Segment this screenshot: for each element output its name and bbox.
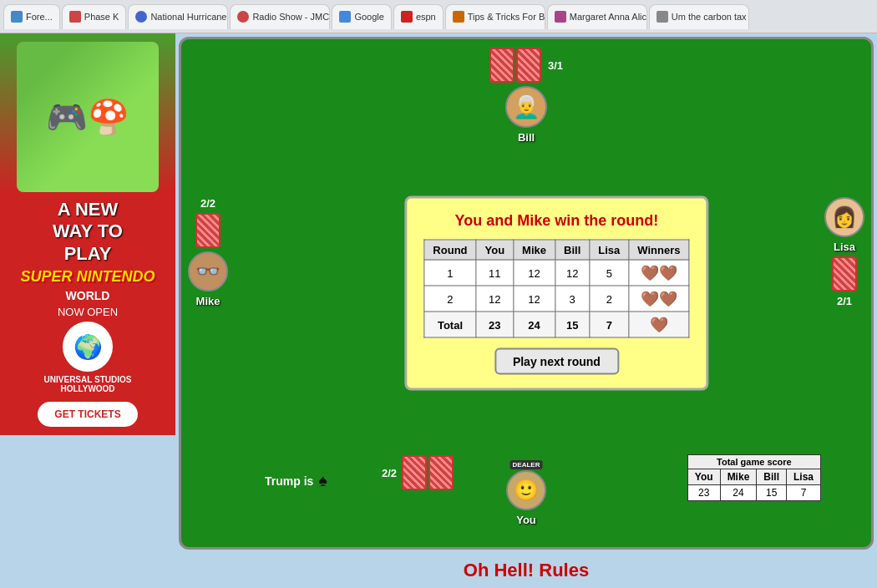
tab-favicon bbox=[339, 11, 351, 23]
lisa-score: 2/1 bbox=[837, 295, 852, 307]
tab-favicon bbox=[11, 11, 23, 23]
tab-favicon bbox=[69, 11, 81, 23]
tab-favicon bbox=[555, 11, 566, 23]
round-2-you: 12 bbox=[476, 286, 514, 312]
footer-text: Oh Hell! Rules bbox=[464, 560, 589, 580]
player-you: DEALER 🙂 You bbox=[506, 470, 546, 526]
tab-favicon bbox=[237, 11, 249, 23]
round-2-num: 2 bbox=[424, 286, 476, 312]
table-row: 1 11 12 12 5 🤎🤎 bbox=[424, 260, 689, 286]
tab-phase[interactable]: Phase K bbox=[62, 4, 127, 29]
col-mike: Mike bbox=[514, 240, 555, 260]
bill-score: 3/1 bbox=[548, 59, 563, 72]
round-1-lisa: 5 bbox=[590, 260, 629, 286]
you-cards bbox=[402, 455, 454, 490]
ad-tagline: A NEW WAY TO PLAY bbox=[8, 199, 167, 265]
trump-suit: ♠ bbox=[318, 471, 327, 490]
tab-favicon bbox=[453, 11, 464, 23]
ad-sidebar: 🎮🍄 A NEW WAY TO PLAY SUPER NINTENDO WORL… bbox=[0, 33, 175, 588]
player-mike: 2/2 👓 Mike bbox=[188, 197, 228, 307]
game-area: 3/1 👨‍🦳 Bill 2/2 👓 Mike 👩 Lisa 2/1 bbox=[179, 37, 874, 550]
bill-cards bbox=[489, 48, 541, 83]
tab-hurricane[interactable]: National Hurricane... bbox=[128, 4, 228, 29]
you-card-1 bbox=[402, 455, 427, 490]
total-score-title: Total game score bbox=[687, 455, 820, 469]
total-score-header-you: You bbox=[687, 469, 720, 485]
tab-espn[interactable]: espn bbox=[393, 4, 444, 29]
ad-brand: SUPER NINTENDO bbox=[8, 268, 167, 286]
round-table: Round You Mike Bill Lisa Winners 1 11 12 bbox=[423, 240, 689, 338]
game-wrapper: 3/1 👨‍🦳 Bill 2/2 👓 Mike 👩 Lisa 2/1 bbox=[175, 33, 877, 588]
round-1-num: 1 bbox=[424, 260, 476, 286]
tab-fore[interactable]: Fore... bbox=[3, 4, 60, 29]
ad-cta-button[interactable]: GET TICKETS bbox=[38, 402, 137, 427]
bill-avatar: 👨‍🦳 bbox=[505, 86, 547, 128]
bill-card-2 bbox=[516, 48, 541, 83]
col-you: You bbox=[476, 240, 514, 260]
tab-tips[interactable]: Tips & Tricks For Be... bbox=[445, 4, 545, 29]
trump-label: Trump is bbox=[265, 474, 313, 488]
total-winners: 🤎 bbox=[629, 312, 689, 337]
trump-info: Trump is ♠ bbox=[265, 471, 327, 490]
total-score-box: Total game score You Mike Bill Lisa 23 2… bbox=[687, 454, 821, 501]
lisa-card bbox=[832, 256, 857, 291]
ad-studio: UNIVERSAL STUDIOS HOLLYWOOD bbox=[8, 375, 167, 393]
round-2-bill: 3 bbox=[555, 286, 590, 312]
page-footer: Oh Hell! Rules bbox=[175, 553, 877, 588]
total-label: Total bbox=[424, 312, 476, 337]
round-2-winners: 🤎🤎 bbox=[629, 286, 689, 312]
you-cards-area: 2/2 bbox=[382, 455, 454, 490]
tab-favicon bbox=[135, 11, 147, 23]
tab-carbon[interactable]: Um the carbon tax i... bbox=[649, 4, 749, 29]
total-you: 23 bbox=[476, 312, 514, 337]
tab-favicon bbox=[401, 11, 413, 23]
win-title: You and Mike win the round! bbox=[423, 212, 689, 230]
browser-tab-bar: Fore... Phase K National Hurricane... Ra… bbox=[0, 0, 877, 33]
col-winners: Winners bbox=[629, 240, 689, 260]
total-score-bill: 15 bbox=[757, 485, 787, 501]
total-score-mike: 24 bbox=[720, 485, 757, 501]
total-score-you: 23 bbox=[687, 485, 720, 501]
bill-card-1 bbox=[489, 48, 515, 83]
col-round: Round bbox=[424, 240, 476, 260]
round-2-lisa: 2 bbox=[590, 286, 629, 312]
table-row-total: Total 23 24 15 7 🤎 bbox=[424, 312, 689, 337]
you-avatar-wrapper: DEALER 🙂 bbox=[506, 470, 546, 510]
ad-world: WORLD bbox=[8, 289, 167, 302]
round-2-mike: 12 bbox=[514, 286, 555, 312]
mike-card bbox=[195, 213, 221, 248]
round-1-mike: 12 bbox=[514, 260, 555, 286]
lisa-avatar: 👩 bbox=[824, 197, 864, 237]
table-row: 2 12 12 3 2 🤎🤎 bbox=[424, 286, 689, 312]
mike-avatar: 👓 bbox=[188, 251, 228, 291]
you-name: You bbox=[516, 514, 536, 526]
dealer-badge: DEALER bbox=[510, 460, 543, 469]
ad-image: 🎮🍄 bbox=[17, 42, 159, 192]
play-next-button[interactable]: Play next round bbox=[494, 348, 619, 375]
mike-name: Mike bbox=[196, 295, 221, 307]
ad-now-open: NOW OPEN bbox=[8, 306, 167, 318]
col-bill: Bill bbox=[555, 240, 590, 260]
round-1-winners: 🤎🤎 bbox=[629, 260, 689, 286]
total-score-table: Total game score You Mike Bill Lisa 23 2… bbox=[687, 454, 821, 501]
col-lisa: Lisa bbox=[590, 240, 629, 260]
total-bill: 15 bbox=[555, 312, 590, 337]
you-avatar: 🙂 bbox=[506, 470, 546, 510]
tab-margaret[interactable]: Margaret Anna Alic... bbox=[547, 4, 647, 29]
total-mike: 24 bbox=[514, 312, 555, 337]
total-score-header-lisa: Lisa bbox=[786, 469, 820, 485]
tab-favicon bbox=[656, 11, 668, 23]
main-content: 🎮🍄 A NEW WAY TO PLAY SUPER NINTENDO WORL… bbox=[0, 33, 877, 588]
total-score-header-mike: Mike bbox=[720, 469, 757, 485]
win-dialog: You and Mike win the round! Round You Mi… bbox=[404, 196, 708, 391]
tab-google[interactable]: Google bbox=[332, 4, 391, 29]
mike-score: 2/2 bbox=[200, 197, 215, 210]
round-1-bill: 12 bbox=[555, 260, 590, 286]
you-card-2 bbox=[428, 455, 454, 490]
ad-box: 🎮🍄 A NEW WAY TO PLAY SUPER NINTENDO WORL… bbox=[0, 33, 175, 435]
lisa-name: Lisa bbox=[834, 241, 855, 253]
total-lisa: 7 bbox=[590, 312, 629, 337]
bill-name: Bill bbox=[518, 131, 535, 144]
tab-radio[interactable]: Radio Show - JMCC... bbox=[230, 4, 330, 29]
you-score: 2/2 bbox=[382, 467, 397, 479]
